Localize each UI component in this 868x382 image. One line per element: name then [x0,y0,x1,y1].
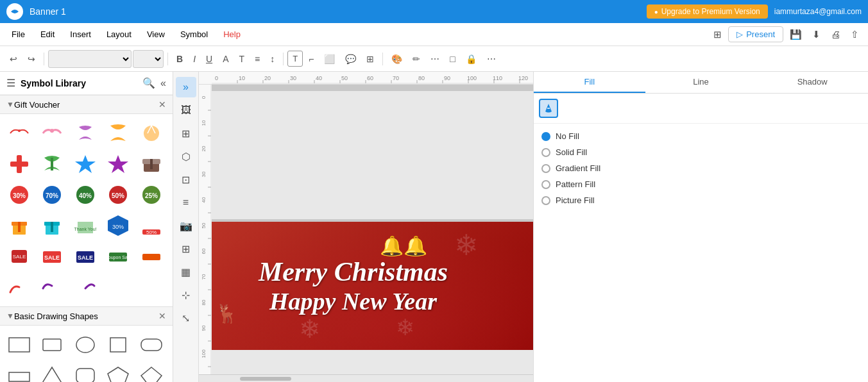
list-item[interactable]: 50% [137,212,166,240]
gift-voucher-section-header[interactable]: ▼ Gift Voucher ✕ [0,95,173,114]
border-button[interactable]: □ [445,51,459,67]
list-item[interactable] [71,273,99,301]
list-item[interactable] [5,361,33,382]
list-item[interactable]: SALE [71,242,99,270]
tab-fill[interactable]: Fill [534,72,645,93]
text-button[interactable]: T [234,51,249,67]
font-color-button[interactable]: A [218,51,233,67]
list-item[interactable]: SALE [5,242,33,270]
list-item[interactable] [104,331,132,359]
more-button[interactable]: ⋯ [482,51,500,67]
redo-button[interactable]: ↪ [23,51,40,67]
list-item[interactable] [38,273,66,301]
lock-button[interactable]: 🔒 [461,51,481,67]
frame-button[interactable]: ⊡ [176,169,196,190]
align-button[interactable]: ⊞ [362,51,379,67]
list-item[interactable] [38,212,66,240]
undo-button[interactable]: ↩ [5,51,22,67]
menu-view[interactable]: View [140,27,171,42]
menu-symbol[interactable]: Symbol [174,27,214,42]
menu-insert[interactable]: Insert [64,27,98,42]
list-item[interactable] [137,150,166,178]
print-icon[interactable]: 🖨 [827,27,844,42]
collapse-icon[interactable]: « [160,78,166,89]
list-item[interactable]: 40% [71,181,99,209]
h-scrollbar[interactable] [199,374,533,382]
list-item[interactable] [5,150,33,178]
text-spacing-button[interactable]: ↕ [266,51,279,67]
menu-file[interactable]: File [5,27,31,42]
list-item[interactable] [137,119,166,147]
table-button[interactable]: ▦ [176,262,196,282]
pattern-fill-option[interactable]: Pattern Fill [541,179,860,189]
list-item[interactable] [38,119,66,147]
bold-button[interactable]: B [172,51,187,67]
no-fill-option[interactable]: No Fill [541,131,860,141]
fill-color-button[interactable]: 🎨 [387,51,407,67]
callout-button[interactable]: 💬 [341,51,361,67]
menu-layout[interactable]: Layout [100,27,138,42]
resize-button[interactable]: ⤡ [176,308,196,328]
download-icon[interactable]: ⬇ [808,27,824,42]
list-item[interactable] [137,331,166,359]
canvas-scroll[interactable]: ❄ ❄ ❄ ❄ ❄ 🦌 🔔🔔 🎅 [212,85,533,374]
menu-edit[interactable]: Edit [34,27,61,42]
line-style-button[interactable]: ⋯ [426,51,444,67]
list-item[interactable] [137,361,166,382]
list-item[interactable] [5,212,33,240]
photo-button[interactable]: 📷 [176,215,196,236]
basic-shapes-section-header[interactable]: ▼ Basic Drawing Shapes ✕ [0,306,173,326]
font-size-select[interactable] [133,50,164,68]
list-item[interactable] [5,273,33,301]
image-insert-button[interactable]: 🖼 [176,100,196,120]
list-item[interactable] [104,361,132,382]
fill-bucket-icon[interactable] [539,99,558,118]
hamburger-icon[interactable]: ☰ [6,77,15,89]
list-item[interactable] [137,242,166,270]
menu-help[interactable]: Help [217,27,247,42]
h-scrollbar-thumb[interactable] [240,377,291,381]
list-item[interactable] [5,119,33,147]
text-box-button[interactable]: T [287,51,303,67]
layers-button[interactable]: ⬡ [176,146,196,167]
share-icon[interactable]: ⇧ [847,27,863,42]
list-item[interactable] [71,119,99,147]
tab-line[interactable]: Line [645,72,757,93]
text-align-button[interactable]: ≡ [250,51,264,67]
list-item[interactable] [38,331,66,359]
list-item[interactable] [104,150,132,178]
tab-shadow[interactable]: Shadow [756,72,868,93]
stack-button[interactable]: ≡ [176,192,196,213]
list-item[interactable]: Coupon Sale [104,242,132,270]
underline-button[interactable]: U [201,51,217,67]
list-item[interactable] [38,150,66,178]
gradient-fill-option[interactable]: Gradient Fill [541,163,860,173]
shape-button[interactable]: ⬜ [319,51,339,67]
list-item[interactable]: 50% [104,181,132,209]
upgrade-button[interactable]: Upgrade to Premium Version [647,4,768,19]
list-item[interactable] [38,361,66,382]
line-color-button[interactable]: ✏ [408,51,425,67]
list-item[interactable]: 70% [38,181,66,209]
list-item[interactable] [71,150,99,178]
list-item[interactable]: Thank You! [71,212,99,240]
list-item[interactable] [104,119,132,147]
list-item[interactable]: 30% [5,181,33,209]
list-item[interactable]: 30% [104,212,132,240]
grid-button[interactable]: ⊞ [176,123,196,144]
save-icon[interactable]: 💾 [786,27,806,42]
present-button[interactable]: ▷ Present [728,26,783,42]
list-item[interactable] [71,331,99,359]
list-item[interactable]: SALE [38,242,66,270]
solid-fill-option[interactable]: Solid Fill [541,147,860,157]
expand-panel-button[interactable]: » [176,77,196,97]
monitor-icon[interactable]: ⊞ [710,27,726,42]
list-item[interactable] [5,331,33,359]
picture-fill-option[interactable]: Picture Fill [541,195,860,205]
list-item[interactable] [71,361,99,382]
crop-button[interactable]: ⊹ [176,285,196,305]
gift-voucher-close-icon[interactable]: ✕ [158,99,166,110]
font-family-select[interactable] [48,50,132,68]
connector-button[interactable]: ⌐ [304,51,318,67]
group-button[interactable]: ⊞ [176,238,196,259]
